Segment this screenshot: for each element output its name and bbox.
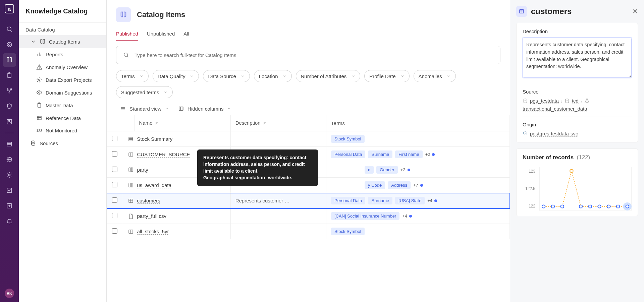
term-tag[interactable]: Personal Data xyxy=(331,197,365,204)
search-input[interactable] xyxy=(135,52,493,58)
source-label: Source xyxy=(523,89,632,95)
hidden-columns-toggle[interactable]: Hidden columns xyxy=(178,106,231,112)
item-name[interactable]: party_full.csv xyxy=(137,213,167,219)
term-tag[interactable]: y Code xyxy=(365,181,385,189)
rail-settings-icon[interactable] xyxy=(3,168,16,182)
sidebar-item-anomaly[interactable]: Anomaly Overview xyxy=(19,61,106,73)
term-tag[interactable]: Personal Data xyxy=(331,150,365,158)
more-terms[interactable]: +4 xyxy=(427,198,437,203)
table-row[interactable]: customersRepresents customer …Personal D… xyxy=(107,193,510,208)
detail-title: customers xyxy=(531,7,628,16)
table-row[interactable]: all_stocks_5yrStock Symbol xyxy=(107,224,510,239)
view-label: Hidden columns xyxy=(187,106,224,112)
row-checkbox[interactable] xyxy=(112,182,117,187)
svg-point-6 xyxy=(7,88,8,89)
row-checkbox[interactable] xyxy=(112,136,117,141)
item-name[interactable]: CUSTOMER_SOURCE xyxy=(137,152,190,158)
more-terms[interactable]: +2 xyxy=(425,152,435,157)
table-row[interactable]: party_full.csv[CAN] Social Insurance Num… xyxy=(107,208,510,224)
rail-catalog-icon[interactable] xyxy=(3,53,16,67)
chevron-down-icon xyxy=(190,74,194,78)
col-name[interactable]: Name xyxy=(134,115,230,131)
filter-chip[interactable]: Data Quality xyxy=(153,70,199,82)
item-name[interactable]: customers xyxy=(137,198,160,204)
svg-rect-12 xyxy=(7,142,11,146)
term-tag[interactable]: [CAN] Social Insurance Number xyxy=(331,212,399,220)
sidebar-item-export[interactable]: Data Export Projects xyxy=(19,73,106,86)
source-link[interactable]: transactional_customer_data xyxy=(523,106,587,112)
description-textarea[interactable] xyxy=(523,38,632,78)
term-tag[interactable]: a xyxy=(365,166,374,174)
sidebar-item-catalog-items[interactable]: Catalog Items xyxy=(19,35,106,48)
svg-point-2 xyxy=(7,42,11,47)
col-terms[interactable]: Terms xyxy=(326,115,510,131)
book-icon xyxy=(40,39,46,45)
records-label: Number of records (122) xyxy=(523,154,632,161)
filter-chip[interactable]: Suggested terms xyxy=(116,86,173,98)
filter-chip[interactable]: Profile Date xyxy=(364,70,409,82)
sidebar-item-reports[interactable]: Reports xyxy=(19,48,106,61)
item-description xyxy=(230,131,326,147)
term-tag[interactable]: Gender xyxy=(376,166,397,174)
origin-link[interactable]: postgres-testdata-svc xyxy=(530,131,578,137)
rail-scan-icon[interactable] xyxy=(3,115,16,128)
sidebar-item-sources[interactable]: Sources xyxy=(19,137,106,149)
rail-search-icon[interactable] xyxy=(3,22,16,36)
search-box[interactable] xyxy=(116,46,500,64)
source-link[interactable]: tcd xyxy=(572,98,579,104)
tab-unpublished[interactable]: Unpublished xyxy=(147,31,175,41)
filter-chip[interactable]: Anomalies xyxy=(414,70,456,82)
row-checkbox[interactable] xyxy=(112,228,117,234)
more-terms[interactable]: +7 xyxy=(413,183,423,188)
sidebar-item-label: Domain Suggestions xyxy=(46,90,92,96)
term-tag[interactable]: Address xyxy=(388,181,411,189)
filter-chip[interactable]: Terms xyxy=(116,70,149,82)
tab-all[interactable]: All xyxy=(183,31,189,41)
svg-rect-49 xyxy=(129,153,133,156)
rail-globe-icon[interactable] xyxy=(3,153,16,166)
item-name[interactable]: party xyxy=(137,167,148,173)
table-row[interactable]: Stock SummaryStock Symbol xyxy=(107,131,510,147)
rail-shield-icon[interactable] xyxy=(3,100,16,113)
rail-target-icon[interactable] xyxy=(3,38,16,51)
filter-chip[interactable]: Location xyxy=(254,70,292,82)
standard-view-toggle[interactable]: Standard view xyxy=(120,106,169,112)
term-tag[interactable]: First name xyxy=(395,150,422,158)
source-link[interactable]: pgs_testdata xyxy=(530,98,559,104)
chevron-down-icon xyxy=(140,74,144,78)
svg-rect-52 xyxy=(129,199,133,202)
more-terms[interactable]: +2 xyxy=(400,167,410,172)
row-checkbox[interactable] xyxy=(112,197,117,203)
term-tag[interactable]: Stock Symbol xyxy=(331,228,364,235)
sidebar-item-reference[interactable]: Reference Data xyxy=(19,112,106,124)
sidebar-item-master[interactable]: Master Data xyxy=(19,99,106,112)
item-name[interactable]: Stock Summary xyxy=(137,136,173,142)
term-tag[interactable]: Stock Symbol xyxy=(331,135,364,143)
chart-icon xyxy=(36,51,42,57)
close-icon[interactable]: ✕ xyxy=(632,7,638,15)
term-tag[interactable]: Surname xyxy=(368,150,392,158)
user-avatar[interactable]: RK xyxy=(5,289,14,298)
rail-list-icon[interactable] xyxy=(3,137,16,151)
rail-app-icon[interactable] xyxy=(3,199,16,213)
rail-check-icon[interactable] xyxy=(3,184,16,197)
more-terms[interactable]: +4 xyxy=(402,214,412,219)
row-checkbox[interactable] xyxy=(112,167,117,172)
row-checkbox[interactable] xyxy=(112,151,117,157)
term-tag[interactable]: [USA] State xyxy=(395,197,425,204)
rail-bell-icon[interactable] xyxy=(3,215,16,228)
rail-clipboard-icon[interactable] xyxy=(3,69,16,82)
rail-flow-icon[interactable] xyxy=(3,84,16,98)
tab-published[interactable]: Published xyxy=(116,31,138,41)
sidebar-item-notmonitored[interactable]: 123 Not Monitored xyxy=(19,124,106,137)
filter-chip[interactable]: Number of Attributes xyxy=(296,70,361,82)
svg-line-33 xyxy=(127,56,128,57)
term-tag[interactable]: Surname xyxy=(368,197,392,204)
sidebar-item-domain[interactable]: Domain Suggestions xyxy=(19,86,106,99)
row-checkbox[interactable] xyxy=(112,213,117,218)
sidebar-section: Data Catalog xyxy=(19,23,106,35)
col-description[interactable]: Description xyxy=(230,115,326,131)
item-name[interactable]: all_stocks_5yr xyxy=(137,229,169,235)
item-name[interactable]: us_award_data xyxy=(137,182,172,188)
filter-chip[interactable]: Data Source xyxy=(203,70,250,82)
